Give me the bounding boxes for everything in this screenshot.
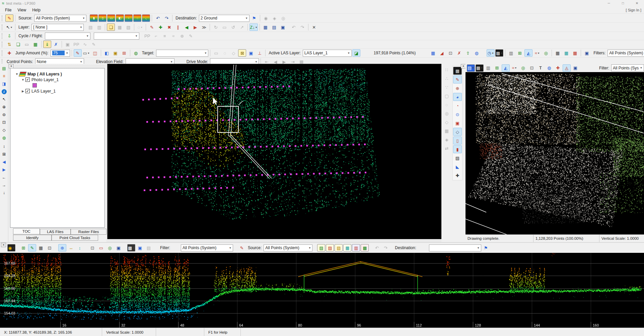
filter-prof-select[interactable]: All Points (System)▼ bbox=[181, 244, 233, 251]
grayscale-icon[interactable]: ▥ bbox=[507, 49, 515, 57]
download-cycle-icon[interactable]: ⇩ bbox=[5, 32, 13, 40]
offset-line-icon[interactable]: ≫ bbox=[200, 23, 208, 31]
reshape-icon[interactable]: ↺ bbox=[229, 23, 237, 31]
measure-h-icon[interactable]: ↔ bbox=[67, 244, 75, 251]
classify-dots-icon[interactable]: ∷ bbox=[442, 66, 451, 74]
hillshade-icon[interactable]: ◭ bbox=[524, 49, 532, 57]
toolbar-grip[interactable] bbox=[2, 15, 4, 21]
merge-features-icon[interactable]: ▧ bbox=[124, 23, 132, 31]
layer-stack-icon[interactable]: ❏ bbox=[14, 41, 22, 48]
photo-layer-checkbox[interactable]: ✓ bbox=[25, 77, 30, 82]
classify-below-icon[interactable]: ∵ bbox=[442, 83, 451, 91]
contours-icon[interactable]: ≈▼ bbox=[533, 49, 541, 57]
filter-3d-select[interactable]: All Points (System)▼ bbox=[611, 64, 644, 71]
undo-icon[interactable]: ↶ bbox=[154, 14, 162, 22]
attributes-table-icon[interactable]: ▤ bbox=[270, 23, 278, 31]
save-layer-icon[interactable]: ▤ bbox=[86, 23, 94, 31]
folder-closed-icon[interactable]: ▭ bbox=[23, 41, 31, 48]
extent-rect-icon[interactable]: ▭ bbox=[97, 244, 105, 251]
pan-icon[interactable]: ◇ bbox=[0, 127, 8, 133]
move-3d-icon[interactable]: ✚ bbox=[453, 171, 462, 179]
grid-prof-icon[interactable]: ▦ bbox=[37, 244, 45, 251]
classify-cluster-icon[interactable]: ∴ bbox=[442, 74, 451, 82]
sign-in-link[interactable]: [ Sign In ] bbox=[626, 8, 641, 12]
grid-red-icon[interactable]: ▦ bbox=[571, 49, 579, 57]
draw-poly-icon[interactable]: ◇ bbox=[229, 49, 237, 57]
scan-waves-icon[interactable]: ≈ bbox=[169, 32, 177, 40]
class-hollow-rect-icon[interactable]: ▭ bbox=[107, 14, 115, 22]
props-prof-icon[interactable]: ⊡ bbox=[88, 244, 96, 251]
grid-add-icon[interactable]: ⊞ bbox=[516, 49, 524, 57]
menu-view[interactable]: View bbox=[14, 7, 29, 13]
fixed-zoom-icon[interactable]: ⊞ bbox=[0, 151, 8, 158]
delete-vertex-icon[interactable]: ✖ bbox=[165, 23, 173, 31]
adjust-point-icon[interactable]: ◈ bbox=[271, 14, 279, 22]
assign-low-icon[interactable]: ▦ bbox=[343, 244, 351, 251]
close-edit-icon[interactable]: ✕ bbox=[310, 23, 318, 31]
dest-prof-select[interactable]: ▼ bbox=[429, 244, 481, 251]
grid-add-3d-icon[interactable]: ⊞ bbox=[493, 64, 501, 72]
zoom-in-icon[interactable]: ⊕ bbox=[0, 104, 8, 110]
maximize-button[interactable]: □ bbox=[616, 0, 630, 7]
globe-view-icon[interactable]: ◍ bbox=[0, 134, 8, 141]
copy-class-icon[interactable]: ▣ bbox=[112, 49, 120, 57]
import-features-icon[interactable]: ▦ bbox=[116, 23, 124, 31]
target-select[interactable]: ▼ bbox=[156, 50, 208, 57]
grid-display-icon[interactable]: ▦ bbox=[429, 49, 437, 57]
las-layer-checkbox[interactable]: ✓ bbox=[25, 89, 30, 93]
grid-white-icon[interactable]: ▦ bbox=[554, 49, 562, 57]
tab-identify[interactable]: Identify bbox=[13, 235, 52, 241]
ortho-prof-icon[interactable]: ◎ bbox=[106, 244, 114, 251]
photo-layer-label[interactable]: Photo Layer_1 bbox=[31, 77, 59, 82]
tab-point-cloud-tasks[interactable]: Point Cloud Tasks bbox=[52, 235, 98, 241]
layers-toc-icon[interactable]: ▤ bbox=[0, 65, 8, 72]
rotate-seg-icon[interactable]: ⌐ bbox=[152, 32, 160, 40]
ortho-3d-icon[interactable]: ◎ bbox=[519, 64, 527, 72]
class-point-icon[interactable]: ▫ bbox=[125, 14, 133, 22]
info-icon[interactable]: i bbox=[0, 88, 8, 95]
legend-icon[interactable]: ≡ bbox=[0, 73, 8, 79]
split-line-icon[interactable]: ◀ bbox=[183, 23, 191, 31]
layer-up-icon[interactable]: ⇧ bbox=[464, 49, 472, 57]
flip-section-icon[interactable]: ◈ bbox=[442, 135, 451, 144]
add-viewport-icon[interactable]: ⊞ bbox=[120, 49, 128, 57]
props-3d-icon[interactable]: ⊡ bbox=[528, 64, 536, 72]
target-globe-icon[interactable]: ◍ bbox=[132, 49, 140, 57]
class-paint-icon[interactable]: ▮ bbox=[90, 14, 98, 22]
toc-close-icon[interactable]: ✕ bbox=[9, 64, 14, 68]
rectangle-select-icon[interactable]: ▭ bbox=[220, 23, 228, 31]
class-rect-icon[interactable]: ▯ bbox=[98, 14, 106, 22]
new-feature-icon[interactable]: ❏ bbox=[107, 23, 115, 31]
section-right-icon[interactable]: ▮ bbox=[453, 145, 462, 153]
extend-line-icon[interactable]: ∥ bbox=[174, 23, 182, 31]
source-prof-select[interactable]: All Points (System)▼ bbox=[264, 244, 312, 251]
globe-zoom-icon[interactable]: ◍ bbox=[545, 64, 553, 72]
undo-prof-icon[interactable]: ↶ bbox=[373, 244, 381, 251]
classify-grid-icon[interactable]: ▦ bbox=[442, 127, 451, 135]
prev-extent-icon[interactable]: ◀ bbox=[0, 159, 8, 165]
zoom-sync-icon[interactable]: ⊕ bbox=[58, 244, 66, 251]
source-edit-icon[interactable]: ✎ bbox=[238, 244, 246, 251]
destination-select[interactable]: 2 Ground▼ bbox=[199, 15, 249, 22]
grid-add-prof-icon[interactable]: ⊞ bbox=[19, 244, 27, 251]
class-colors-icon[interactable]: ▩▼ bbox=[495, 49, 503, 57]
tab-raster-files[interactable]: Raster Files bbox=[71, 229, 106, 235]
terrain-map-icon[interactable]: ▦ bbox=[31, 41, 40, 48]
chevron-right-icon[interactable]: ▶ bbox=[20, 90, 25, 93]
preview-window-icon[interactable]: ▦ bbox=[262, 23, 270, 31]
jump-amount-select[interactable]: 75▼ bbox=[51, 50, 70, 57]
toolbar-grip[interactable] bbox=[2, 42, 4, 47]
flag-icon[interactable]: ⚑ bbox=[250, 14, 258, 22]
crosshair-icon[interactable]: ⊡ bbox=[46, 244, 54, 251]
time-icon[interactable]: ◷▼ bbox=[487, 49, 495, 57]
swipe-image-icon[interactable]: ◨ bbox=[0, 80, 8, 87]
menu-help[interactable]: Help bbox=[29, 7, 44, 13]
orient-cube-icon[interactable]: ◧ bbox=[103, 49, 111, 57]
single-layer-icon[interactable]: ◪ bbox=[352, 49, 360, 57]
stats-pie-icon[interactable]: ◔ bbox=[453, 102, 462, 110]
toolbar-grip[interactable] bbox=[2, 33, 4, 39]
copy-3d-icon[interactable]: ▣ bbox=[571, 64, 579, 72]
sort-z-icon[interactable]: Z↓▼ bbox=[249, 23, 258, 31]
assign-class-icon[interactable]: ▩ bbox=[361, 244, 369, 251]
split-viewport-icon[interactable]: ◫ bbox=[91, 49, 99, 57]
